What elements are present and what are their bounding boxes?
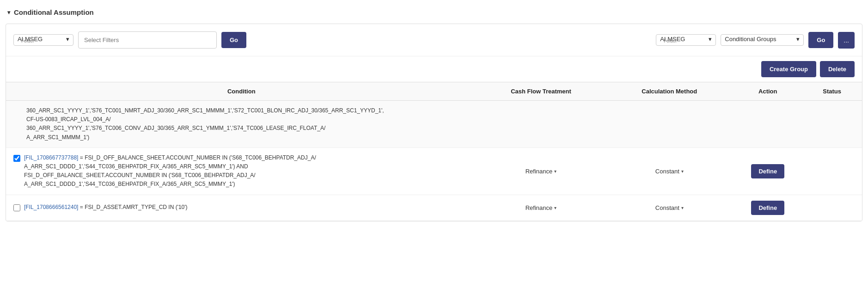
row2-condition-cell: [FIL_1708667737788] = FSI_D_OFF_BALANCE_… (6, 147, 477, 195)
right-folder-label: Folder (660, 37, 680, 43)
table-row: [FIL_1708667737788] = FSI_D_OFF_BALANCE_… (6, 147, 862, 195)
table-row: [FIL_1708666561240] = FSI_D_ASSET.AMRT_T… (6, 195, 862, 221)
row3-calculation-method[interactable]: Constant ▾ (605, 195, 734, 221)
row3-cash-flow-arrow-icon: ▾ (554, 205, 556, 210)
row3-cash-flow-value: Refinance (526, 204, 553, 211)
calculation-method-header: Calculation Method (605, 82, 734, 101)
chevron-icon[interactable]: ▾ (7, 9, 10, 16)
action-header: Action (734, 82, 802, 101)
right-folder-arrow-icon: ▾ (709, 36, 712, 43)
row3-cash-flow-treatment[interactable]: Refinance ▾ (477, 195, 605, 221)
action-bar: Create Group Delete (6, 56, 862, 82)
row2-cash-flow-treatment[interactable]: Refinance ▾ (477, 147, 605, 195)
row2-calc-method-arrow-icon: ▾ (681, 169, 684, 174)
row2-calc-method-dropdown[interactable]: Constant ▾ (655, 168, 684, 175)
row3-checkbox[interactable] (13, 204, 20, 211)
cash-flow-treatment-header: Cash Flow Treatment (477, 82, 605, 101)
left-go-button[interactable]: Go (221, 32, 246, 48)
row2-cash-flow-value: Refinance (526, 168, 553, 175)
conditional-groups-arrow-icon: ▾ (796, 36, 800, 43)
status-header: Status (802, 82, 862, 101)
row2-cash-flow-dropdown[interactable]: Refinance ▾ (526, 168, 557, 175)
main-content: Folder ALMSEG ▾ Go Folder ALMSEG ▾ Co (6, 24, 862, 221)
row3-cash-flow-dropdown[interactable]: Refinance ▾ (526, 204, 557, 211)
more-options-button[interactable]: ... (838, 32, 855, 49)
row3-calc-method-dropdown[interactable]: Constant ▾ (655, 204, 684, 211)
row2-cash-flow-arrow-icon: ▾ (554, 169, 556, 174)
toolbar: Folder ALMSEG ▾ Go Folder ALMSEG ▾ Co (6, 24, 862, 56)
row2-action-cell: Define (734, 147, 802, 195)
row3-condition-link[interactable]: [FIL_1708666561240] (24, 204, 78, 210)
left-folder-label: Folder (18, 37, 38, 43)
page-wrapper: ▾ Conditional Assumption Folder ALMSEG ▾… (0, 0, 868, 307)
create-group-button[interactable]: Create Group (761, 61, 816, 77)
row1-condition-text: 360_ARR_SC1_YYYY_1','S76_TC001_NMRT_ADJ_… (26, 106, 384, 142)
row3-define-button[interactable]: Define (751, 201, 784, 215)
row1-action (734, 101, 802, 148)
conditional-groups-value[interactable]: Conditional Groups ▾ (721, 35, 803, 45)
section-header: ▾ Conditional Assumption (0, 5, 868, 24)
row2-checkbox[interactable] (13, 155, 20, 162)
row2-status-cell (802, 147, 862, 195)
row3-action-cell: Define (734, 195, 802, 221)
row2-define-button[interactable]: Define (751, 164, 784, 178)
delete-button[interactable]: Delete (820, 61, 855, 77)
row1-status (802, 101, 862, 148)
left-folder-arrow-icon: ▾ (66, 36, 69, 43)
row1-condition-cell: 360_ARR_SC1_YYYY_1','S76_TC001_NMRT_ADJ_… (6, 101, 477, 148)
right-go-button[interactable]: Go (808, 32, 833, 48)
condition-header: Condition (6, 82, 477, 101)
table-header-row: Condition Cash Flow Treatment Calculatio… (6, 82, 862, 101)
row2-calculation-method[interactable]: Constant ▾ (605, 147, 734, 195)
row3-condition-cell: [FIL_1708666561240] = FSI_D_ASSET.AMRT_T… (6, 195, 477, 221)
row2-condition-link[interactable]: [FIL_1708667737788] (24, 154, 78, 161)
row3-status-cell (802, 195, 862, 221)
row1-cash-flow-treatment (477, 101, 605, 148)
conditions-table: Condition Cash Flow Treatment Calculatio… (6, 82, 862, 221)
page-title: Conditional Assumption (14, 8, 94, 16)
row3-calc-method-arrow-icon: ▾ (681, 205, 684, 210)
row3-condition-text: [FIL_1708666561240] = FSI_D_ASSET.AMRT_T… (24, 203, 188, 212)
row2-calc-method-value: Constant (655, 168, 679, 175)
row2-condition-text: [FIL_1708667737788] = FSI_D_OFF_BALANCE_… (24, 154, 316, 189)
table-row: 360_ARR_SC1_YYYY_1','S76_TC001_NMRT_ADJ_… (6, 101, 862, 148)
conditional-groups-text: Conditional Groups (725, 36, 776, 43)
row3-calc-method-value: Constant (655, 204, 679, 211)
left-folder-select[interactable]: Folder ALMSEG ▾ (13, 34, 73, 46)
row1-calculation-method (605, 101, 734, 148)
conditional-groups-select[interactable]: Conditional Groups ▾ (721, 34, 804, 46)
select-filters-input[interactable] (78, 31, 217, 49)
right-folder-select[interactable]: Folder ALMSEG ▾ (656, 34, 716, 46)
